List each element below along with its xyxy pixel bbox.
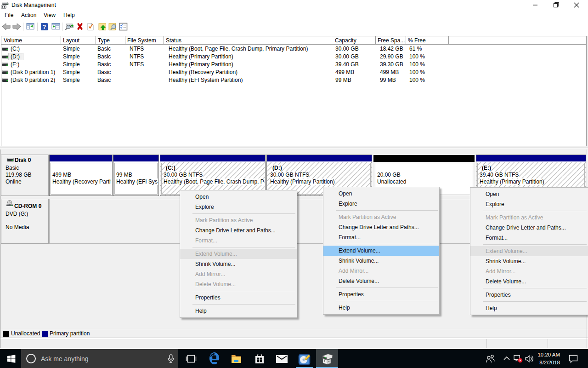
svg-text:?: ? xyxy=(43,23,46,30)
